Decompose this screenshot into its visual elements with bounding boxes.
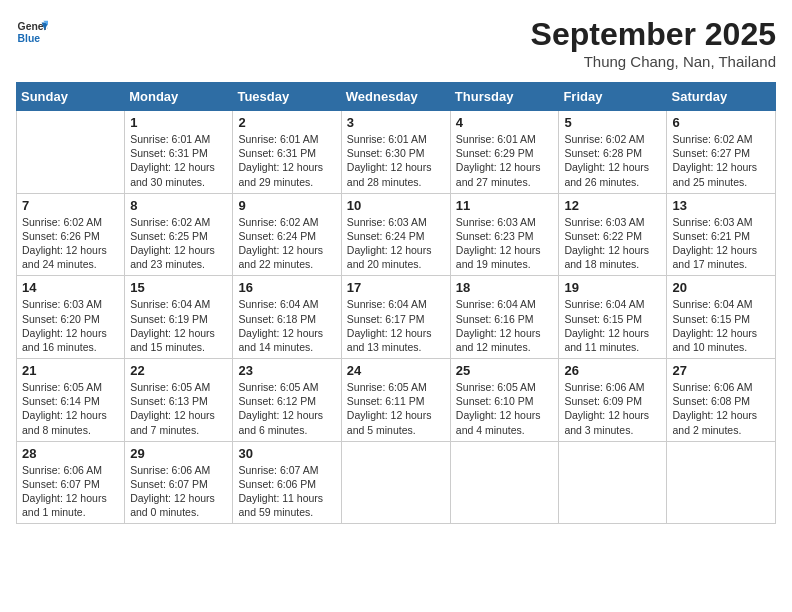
calendar-table: SundayMondayTuesdayWednesdayThursdayFrid…	[16, 82, 776, 524]
day-info: Sunrise: 6:06 AMSunset: 6:07 PMDaylight:…	[22, 463, 119, 520]
calendar-cell: 17Sunrise: 6:04 AMSunset: 6:17 PMDayligh…	[341, 276, 450, 359]
day-info: Sunrise: 6:01 AMSunset: 6:29 PMDaylight:…	[456, 132, 554, 189]
day-info: Sunrise: 6:04 AMSunset: 6:16 PMDaylight:…	[456, 297, 554, 354]
day-number: 5	[564, 115, 661, 130]
calendar-cell: 22Sunrise: 6:05 AMSunset: 6:13 PMDayligh…	[125, 359, 233, 442]
day-number: 9	[238, 198, 335, 213]
day-info: Sunrise: 6:02 AMSunset: 6:27 PMDaylight:…	[672, 132, 770, 189]
calendar-cell: 13Sunrise: 6:03 AMSunset: 6:21 PMDayligh…	[667, 193, 776, 276]
col-header-wednesday: Wednesday	[341, 83, 450, 111]
day-number: 21	[22, 363, 119, 378]
day-info: Sunrise: 6:06 AMSunset: 6:09 PMDaylight:…	[564, 380, 661, 437]
day-info: Sunrise: 6:05 AMSunset: 6:10 PMDaylight:…	[456, 380, 554, 437]
calendar-cell: 16Sunrise: 6:04 AMSunset: 6:18 PMDayligh…	[233, 276, 341, 359]
calendar-week-row: 14Sunrise: 6:03 AMSunset: 6:20 PMDayligh…	[17, 276, 776, 359]
day-number: 7	[22, 198, 119, 213]
col-header-friday: Friday	[559, 83, 667, 111]
month-year: September 2025	[531, 16, 776, 53]
calendar-cell	[341, 441, 450, 524]
calendar-cell: 20Sunrise: 6:04 AMSunset: 6:15 PMDayligh…	[667, 276, 776, 359]
day-number: 2	[238, 115, 335, 130]
day-info: Sunrise: 6:07 AMSunset: 6:06 PMDaylight:…	[238, 463, 335, 520]
calendar-cell: 3Sunrise: 6:01 AMSunset: 6:30 PMDaylight…	[341, 111, 450, 194]
calendar-cell: 19Sunrise: 6:04 AMSunset: 6:15 PMDayligh…	[559, 276, 667, 359]
calendar-cell: 11Sunrise: 6:03 AMSunset: 6:23 PMDayligh…	[450, 193, 559, 276]
day-info: Sunrise: 6:03 AMSunset: 6:21 PMDaylight:…	[672, 215, 770, 272]
day-info: Sunrise: 6:03 AMSunset: 6:20 PMDaylight:…	[22, 297, 119, 354]
day-info: Sunrise: 6:05 AMSunset: 6:12 PMDaylight:…	[238, 380, 335, 437]
col-header-thursday: Thursday	[450, 83, 559, 111]
day-number: 10	[347, 198, 445, 213]
calendar-cell: 29Sunrise: 6:06 AMSunset: 6:07 PMDayligh…	[125, 441, 233, 524]
day-info: Sunrise: 6:02 AMSunset: 6:28 PMDaylight:…	[564, 132, 661, 189]
col-header-monday: Monday	[125, 83, 233, 111]
calendar-cell: 7Sunrise: 6:02 AMSunset: 6:26 PMDaylight…	[17, 193, 125, 276]
day-number: 11	[456, 198, 554, 213]
day-number: 18	[456, 280, 554, 295]
day-number: 3	[347, 115, 445, 130]
svg-text:Blue: Blue	[18, 33, 41, 44]
calendar-cell: 4Sunrise: 6:01 AMSunset: 6:29 PMDaylight…	[450, 111, 559, 194]
calendar-cell: 26Sunrise: 6:06 AMSunset: 6:09 PMDayligh…	[559, 359, 667, 442]
day-number: 25	[456, 363, 554, 378]
day-info: Sunrise: 6:05 AMSunset: 6:11 PMDaylight:…	[347, 380, 445, 437]
day-info: Sunrise: 6:06 AMSunset: 6:07 PMDaylight:…	[130, 463, 227, 520]
calendar-cell: 12Sunrise: 6:03 AMSunset: 6:22 PMDayligh…	[559, 193, 667, 276]
calendar-cell: 21Sunrise: 6:05 AMSunset: 6:14 PMDayligh…	[17, 359, 125, 442]
calendar-cell	[667, 441, 776, 524]
calendar-cell: 28Sunrise: 6:06 AMSunset: 6:07 PMDayligh…	[17, 441, 125, 524]
calendar-cell: 8Sunrise: 6:02 AMSunset: 6:25 PMDaylight…	[125, 193, 233, 276]
day-info: Sunrise: 6:04 AMSunset: 6:18 PMDaylight:…	[238, 297, 335, 354]
calendar-header-row: SundayMondayTuesdayWednesdayThursdayFrid…	[17, 83, 776, 111]
calendar-cell	[17, 111, 125, 194]
calendar-cell	[450, 441, 559, 524]
calendar-cell: 18Sunrise: 6:04 AMSunset: 6:16 PMDayligh…	[450, 276, 559, 359]
day-number: 29	[130, 446, 227, 461]
day-info: Sunrise: 6:05 AMSunset: 6:13 PMDaylight:…	[130, 380, 227, 437]
day-info: Sunrise: 6:06 AMSunset: 6:08 PMDaylight:…	[672, 380, 770, 437]
calendar-cell: 10Sunrise: 6:03 AMSunset: 6:24 PMDayligh…	[341, 193, 450, 276]
day-info: Sunrise: 6:03 AMSunset: 6:24 PMDaylight:…	[347, 215, 445, 272]
day-number: 22	[130, 363, 227, 378]
day-info: Sunrise: 6:04 AMSunset: 6:19 PMDaylight:…	[130, 297, 227, 354]
day-number: 17	[347, 280, 445, 295]
day-info: Sunrise: 6:03 AMSunset: 6:22 PMDaylight:…	[564, 215, 661, 272]
calendar-cell: 23Sunrise: 6:05 AMSunset: 6:12 PMDayligh…	[233, 359, 341, 442]
day-number: 26	[564, 363, 661, 378]
day-number: 15	[130, 280, 227, 295]
calendar-cell: 27Sunrise: 6:06 AMSunset: 6:08 PMDayligh…	[667, 359, 776, 442]
calendar-cell: 6Sunrise: 6:02 AMSunset: 6:27 PMDaylight…	[667, 111, 776, 194]
col-header-tuesday: Tuesday	[233, 83, 341, 111]
day-number: 24	[347, 363, 445, 378]
logo: General Blue	[16, 16, 48, 48]
day-info: Sunrise: 6:02 AMSunset: 6:26 PMDaylight:…	[22, 215, 119, 272]
day-number: 6	[672, 115, 770, 130]
day-number: 30	[238, 446, 335, 461]
day-number: 12	[564, 198, 661, 213]
day-info: Sunrise: 6:01 AMSunset: 6:30 PMDaylight:…	[347, 132, 445, 189]
day-info: Sunrise: 6:02 AMSunset: 6:24 PMDaylight:…	[238, 215, 335, 272]
day-number: 14	[22, 280, 119, 295]
calendar-cell: 1Sunrise: 6:01 AMSunset: 6:31 PMDaylight…	[125, 111, 233, 194]
title-area: September 2025 Thung Chang, Nan, Thailan…	[531, 16, 776, 70]
day-info: Sunrise: 6:04 AMSunset: 6:17 PMDaylight:…	[347, 297, 445, 354]
location: Thung Chang, Nan, Thailand	[531, 53, 776, 70]
day-info: Sunrise: 6:04 AMSunset: 6:15 PMDaylight:…	[564, 297, 661, 354]
calendar-week-row: 28Sunrise: 6:06 AMSunset: 6:07 PMDayligh…	[17, 441, 776, 524]
day-number: 13	[672, 198, 770, 213]
calendar-cell: 14Sunrise: 6:03 AMSunset: 6:20 PMDayligh…	[17, 276, 125, 359]
day-number: 27	[672, 363, 770, 378]
calendar-week-row: 7Sunrise: 6:02 AMSunset: 6:26 PMDaylight…	[17, 193, 776, 276]
day-info: Sunrise: 6:01 AMSunset: 6:31 PMDaylight:…	[130, 132, 227, 189]
day-number: 1	[130, 115, 227, 130]
col-header-saturday: Saturday	[667, 83, 776, 111]
day-number: 19	[564, 280, 661, 295]
logo-icon: General Blue	[16, 16, 48, 48]
page-header: General Blue September 2025 Thung Chang,…	[16, 16, 776, 70]
calendar-cell	[559, 441, 667, 524]
calendar-week-row: 1Sunrise: 6:01 AMSunset: 6:31 PMDaylight…	[17, 111, 776, 194]
calendar-cell: 25Sunrise: 6:05 AMSunset: 6:10 PMDayligh…	[450, 359, 559, 442]
day-number: 8	[130, 198, 227, 213]
day-info: Sunrise: 6:01 AMSunset: 6:31 PMDaylight:…	[238, 132, 335, 189]
day-number: 23	[238, 363, 335, 378]
